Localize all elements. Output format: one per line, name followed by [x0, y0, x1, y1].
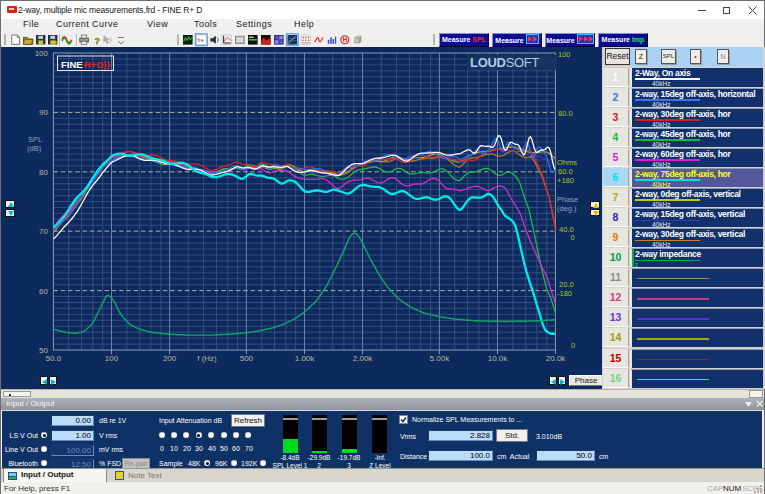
svg-text:LOUDSOFT: LOUDSOFT: [470, 55, 539, 70]
svg-text:50.0: 50.0: [46, 354, 62, 363]
svg-text:f (Hz): f (Hz): [197, 354, 217, 363]
svg-text:-180: -180: [557, 289, 572, 298]
svg-text:0: 0: [571, 341, 575, 350]
svg-text:(deg.): (deg.): [557, 204, 577, 213]
svg-text:5.00k: 5.00k: [430, 354, 451, 363]
svg-text:80.0: 80.0: [558, 109, 573, 118]
svg-text:R+D)): R+D)): [84, 59, 110, 70]
svg-text:fre: fre: [197, 37, 204, 43]
svg-text:60: 60: [39, 287, 48, 296]
svg-text:10.0k: 10.0k: [488, 354, 509, 363]
svg-text:?: ?: [94, 36, 100, 46]
svg-text:80: 80: [39, 168, 48, 177]
svg-text:SPL: SPL: [28, 135, 42, 144]
svg-text:0: 0: [571, 233, 575, 242]
svg-text:500: 500: [240, 354, 254, 363]
svg-text:100: 100: [105, 354, 119, 363]
svg-text:+180: +180: [557, 176, 574, 185]
svg-text:70: 70: [39, 227, 48, 236]
svg-text:H: H: [343, 36, 348, 43]
svg-text:90: 90: [39, 108, 48, 117]
svg-text:Ohms: Ohms: [557, 158, 577, 167]
svg-text:100: 100: [558, 50, 571, 59]
svg-text:FINE: FINE: [61, 59, 83, 70]
svg-text:1.00k: 1.00k: [295, 354, 316, 363]
svg-text:20.0k: 20.0k: [546, 354, 567, 363]
svg-text:100: 100: [35, 49, 49, 58]
svg-text:2.00k: 2.00k: [353, 354, 374, 363]
svg-text:200: 200: [163, 354, 177, 363]
svg-text:(dB): (dB): [27, 144, 42, 153]
svg-text:?: ?: [108, 36, 113, 45]
